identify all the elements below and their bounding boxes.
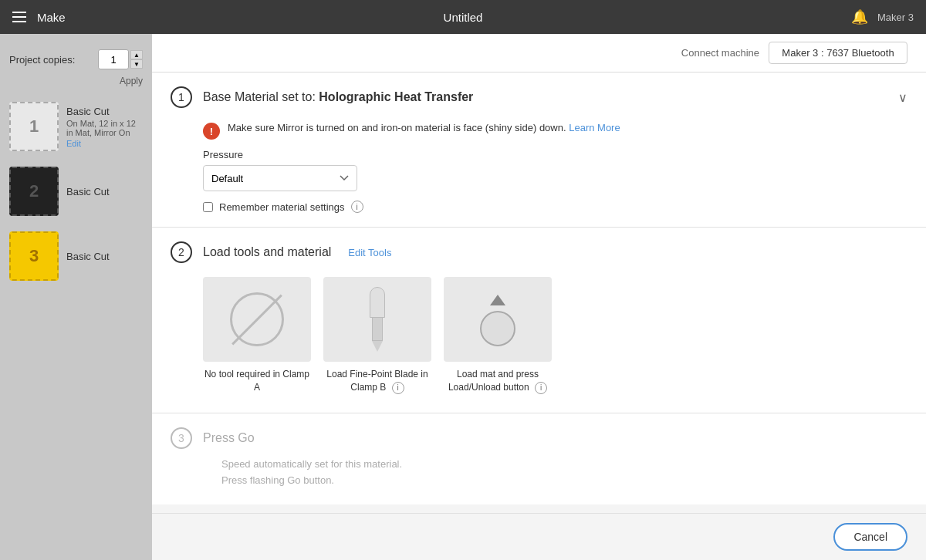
pressure-select[interactable]: Default More Less [203, 165, 357, 191]
step2-header: 2 Load tools and material Edit Tools [152, 228, 926, 277]
mat-number-1: 1 [29, 116, 39, 137]
no-tool-image [203, 277, 311, 362]
mat-label-2: Basic Cut [66, 186, 110, 197]
app-header: Make Untitled 🔔 Maker 3 [0, 0, 926, 34]
mat-label-1: Basic Cut [66, 106, 143, 117]
step3-sub1: Speed automatically set for this materia… [221, 458, 907, 470]
mat-load-icon [467, 288, 529, 350]
step3-section: 3 Press Go Speed automatically set for t… [152, 413, 926, 504]
tool-card-mat: Load mat and press Load/Unload button i [444, 277, 552, 394]
copies-down-button[interactable]: ▼ [130, 59, 143, 69]
apply-row: Apply [0, 76, 152, 93]
no-tool-desc: No tool required in Clamp A [203, 368, 311, 394]
warning-text: Make sure Mirror is turned on and iron-o… [228, 122, 620, 133]
mat-info-1: Basic Cut On Mat, 12 in x 12 in Mat, Mir… [66, 106, 143, 148]
step2-section: 2 Load tools and material Edit Tools No … [152, 228, 926, 413]
warning-icon: ! [203, 123, 220, 140]
mat-info-2: Basic Cut [66, 186, 110, 197]
remember-checkbox[interactable] [203, 202, 213, 212]
svg-marker-0 [490, 295, 505, 305]
mat-thumb-3: 3 [9, 231, 59, 281]
sidebar-item-mat-1[interactable]: 1 Basic Cut On Mat, 12 in x 12 in Mat, M… [0, 96, 152, 157]
mat-load-image [444, 277, 552, 362]
machine-connect-button[interactable]: Maker 3 : 7637 Bluetooth [769, 42, 907, 64]
step2-title: Load tools and material [203, 245, 331, 259]
step1-title-prefix: Base Material set to: [203, 90, 319, 103]
connect-bar: Connect machine Maker 3 : 7637 Bluetooth [152, 34, 926, 73]
tool-card-no-tool: No tool required in Clamp A [203, 277, 311, 394]
blade-image [323, 277, 431, 362]
mat-thumb-2: 2 [9, 167, 59, 216]
pressure-label: Pressure [203, 149, 907, 160]
remember-label: Remember material settings [219, 201, 345, 213]
warning-message: Make sure Mirror is turned on and iron-o… [228, 122, 566, 133]
warning-box: ! Make sure Mirror is turned on and iron… [203, 122, 907, 140]
mat-load-desc: Load mat and press Load/Unload button i [444, 368, 552, 394]
mat-thumb-1: 1 [9, 102, 59, 151]
step1-material: Holographic Heat Transfer [319, 90, 473, 103]
connect-label: Connect machine [681, 47, 759, 59]
step3-title: Press Go [203, 431, 255, 445]
step1-title: Base Material set to: Holographic Heat T… [203, 90, 473, 104]
header-machine-name: Maker 3 [877, 12, 914, 23]
copies-input[interactable] [98, 49, 129, 69]
tool-card-blade: Load Fine-Point Blade in Clamp B i [323, 277, 431, 394]
step3-header: 3 Press Go [171, 427, 907, 449]
copies-spinners: ▲ ▼ [130, 50, 143, 69]
mat-number-3: 3 [29, 246, 39, 266]
mat-number-2: 2 [29, 181, 39, 201]
apply-button[interactable]: Apply [120, 76, 143, 86]
step1-chevron-icon[interactable]: ∨ [898, 90, 907, 105]
mat-label-3: Basic Cut [66, 251, 110, 262]
sidebar: Project copies: ▲ ▼ Apply 1 Basic Cut On… [0, 34, 152, 560]
mat-sub-1: On Mat, 12 in x 12 in Mat, Mirror On [66, 119, 143, 137]
edit-tools-link[interactable]: Edit Tools [348, 247, 391, 258]
mat-load-desc-text: Load mat and press Load/Unload button [448, 369, 539, 393]
step3-number: 3 [178, 432, 184, 444]
main-container: Project copies: ▲ ▼ Apply 1 Basic Cut On… [0, 34, 926, 560]
content-area: Connect machine Maker 3 : 7637 Bluetooth… [152, 34, 926, 560]
mat-load-info-icon[interactable]: i [535, 382, 547, 394]
step1-circle: 1 [171, 86, 192, 108]
bell-icon[interactable]: 🔔 [851, 8, 868, 25]
step2-number: 2 [178, 246, 184, 258]
step3-sub2: Press flashing Go button. [221, 474, 907, 486]
blade-desc-text: Load Fine-Point Blade in Clamp B [326, 369, 428, 393]
header-right: 🔔 Maker 3 [851, 8, 914, 25]
copies-input-wrap: ▲ ▼ [98, 49, 143, 69]
step1-number: 1 [178, 91, 184, 103]
step2-circle: 2 [171, 241, 192, 263]
hamburger-icon [12, 12, 26, 22]
blade-icon [370, 287, 385, 352]
mat-info-3: Basic Cut [66, 251, 110, 262]
sidebar-item-mat-3[interactable]: 3 Basic Cut [0, 225, 152, 287]
app-name: Make [37, 11, 66, 24]
copies-up-button[interactable]: ▲ [130, 50, 143, 59]
page-title: Untitled [444, 11, 483, 24]
mat-edit-1[interactable]: Edit [66, 139, 143, 148]
menu-button[interactable]: Make [12, 11, 66, 24]
sidebar-item-mat-2[interactable]: 2 Basic Cut [0, 160, 152, 222]
blade-body [372, 318, 383, 341]
copies-row: Project copies: ▲ ▼ [0, 43, 152, 73]
step1-section: 1 Base Material set to: Holographic Heat… [152, 73, 926, 228]
cancel-button[interactable]: Cancel [833, 523, 907, 551]
remember-row: Remember material settings i [203, 201, 907, 213]
svg-point-1 [481, 312, 515, 346]
step1-header: 1 Base Material set to: Holographic Heat… [152, 73, 926, 122]
copies-label: Project copies: [9, 54, 75, 66]
blade-desc: Load Fine-Point Blade in Clamp B i [323, 368, 431, 394]
step3-circle: 3 [171, 427, 192, 449]
learn-more-link[interactable]: Learn More [569, 122, 620, 133]
blade-info-icon[interactable]: i [392, 382, 404, 394]
no-tool-icon [230, 292, 284, 346]
tools-grid: No tool required in Clamp A Load Fine-Po… [203, 277, 907, 394]
blade-cap [370, 287, 385, 318]
blade-tip [372, 341, 383, 352]
remember-info-icon[interactable]: i [351, 201, 363, 213]
pressure-section: Pressure Default More Less [203, 149, 907, 191]
bottom-bar: Cancel [152, 513, 926, 560]
